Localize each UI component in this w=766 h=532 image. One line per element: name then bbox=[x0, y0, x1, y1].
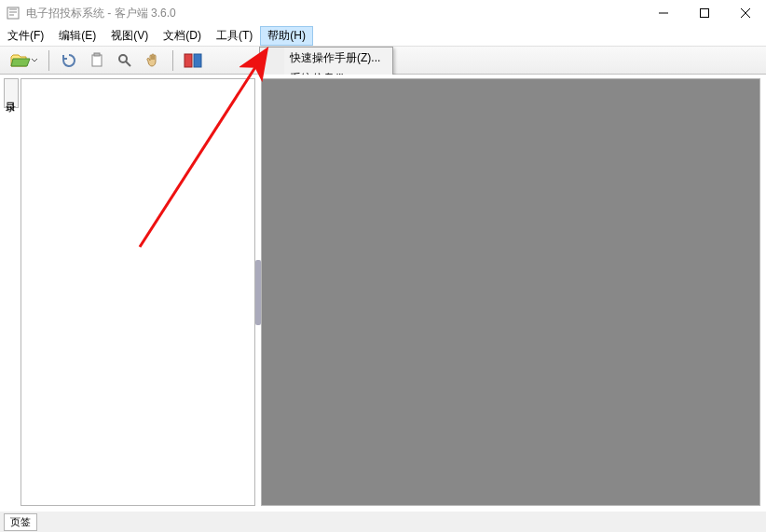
status-tab[interactable]: 页签 bbox=[4, 513, 37, 531]
menu-file[interactable]: 文件(F) bbox=[0, 26, 51, 46]
toolbar-separator bbox=[48, 50, 49, 71]
menubar: 文件(F) 编辑(E) 视图(V) 文档(D) 工具(T) 帮助(H) bbox=[0, 26, 766, 47]
help-quick-guide[interactable]: 快速操作手册(Z)... bbox=[260, 48, 392, 68]
hand-button[interactable] bbox=[141, 49, 165, 72]
close-button[interactable] bbox=[725, 0, 766, 26]
refresh-button[interactable] bbox=[57, 49, 81, 72]
svg-rect-4 bbox=[94, 53, 100, 56]
svg-rect-3 bbox=[92, 55, 102, 66]
open-button[interactable] bbox=[6, 49, 41, 72]
titlebar: 电子招投标系统 - 客户端 3.6.0 bbox=[0, 0, 766, 26]
statusbar: 页签 bbox=[0, 512, 766, 532]
svg-point-5 bbox=[119, 55, 127, 62]
search-button[interactable] bbox=[113, 49, 137, 72]
svg-rect-2 bbox=[701, 9, 709, 18]
panels-button[interactable] bbox=[181, 49, 205, 72]
menu-edit[interactable]: 编辑(E) bbox=[51, 26, 103, 46]
catalog-tab[interactable]: 目录 bbox=[4, 78, 19, 108]
work-area: 目录 bbox=[4, 75, 762, 510]
window-controls bbox=[643, 0, 766, 26]
menu-help[interactable]: 帮助(H) bbox=[260, 26, 313, 46]
svg-line-6 bbox=[126, 61, 130, 66]
left-panel bbox=[21, 78, 255, 506]
maximize-button[interactable] bbox=[684, 0, 725, 26]
toolbar-separator bbox=[172, 50, 173, 71]
window-title: 电子招投标系统 - 客户端 3.6.0 bbox=[26, 6, 643, 21]
menu-view[interactable]: 视图(V) bbox=[103, 26, 156, 46]
menu-tools[interactable]: 工具(T) bbox=[209, 26, 260, 46]
menu-document[interactable]: 文档(D) bbox=[156, 26, 209, 46]
minimize-button[interactable] bbox=[643, 0, 684, 26]
svg-rect-7 bbox=[185, 54, 192, 67]
right-panel bbox=[261, 78, 760, 506]
app-icon bbox=[6, 6, 21, 20]
clipboard-button[interactable] bbox=[85, 49, 109, 72]
svg-rect-8 bbox=[194, 54, 201, 67]
